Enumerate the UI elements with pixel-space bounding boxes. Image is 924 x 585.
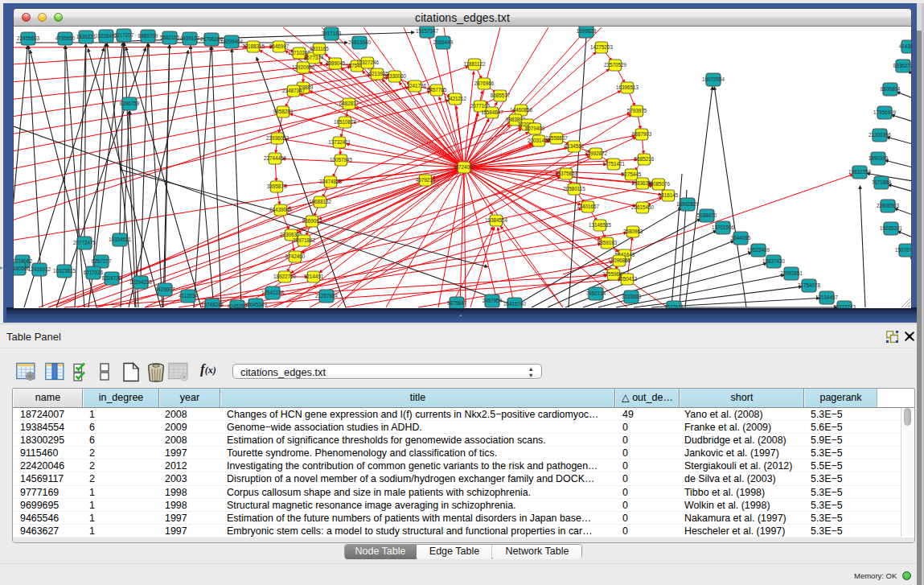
svg-text:19523409: 19523409 xyxy=(747,247,770,253)
svg-text:12416912: 12416912 xyxy=(28,266,51,272)
svg-text:18724007: 18724007 xyxy=(453,164,476,170)
svg-text:6357277: 6357277 xyxy=(92,258,112,264)
svg-text:2876966: 2876966 xyxy=(474,80,495,86)
svg-text:3333883: 3333883 xyxy=(622,294,642,299)
svg-text:1999828: 1999828 xyxy=(577,28,597,34)
svg-text:11881122: 11881122 xyxy=(463,61,486,67)
svg-text:3917183: 3917183 xyxy=(322,31,342,36)
svg-text:14275203: 14275203 xyxy=(590,44,614,50)
svg-text:8489709: 8489709 xyxy=(138,33,158,39)
svg-text:4439167: 4439167 xyxy=(180,35,200,41)
svg-text:7671884: 7671884 xyxy=(872,179,892,185)
svg-text:14401657: 14401657 xyxy=(577,204,600,209)
svg-text:22330030: 22330030 xyxy=(384,73,407,79)
svg-text:19384554: 19384554 xyxy=(485,217,508,223)
svg-text:13134457: 13134457 xyxy=(815,295,839,300)
svg-text:13045349: 13045349 xyxy=(244,302,268,307)
svg-text:4389045: 4389045 xyxy=(326,60,346,66)
svg-text:19832259: 19832259 xyxy=(848,169,872,175)
svg-text:8396759: 8396759 xyxy=(120,101,140,106)
svg-text:2580963: 2580963 xyxy=(623,229,643,234)
svg-text:4112034: 4112034 xyxy=(179,293,199,299)
svg-text:9217207: 9217207 xyxy=(114,32,134,38)
svg-text:3644095: 3644095 xyxy=(731,235,751,241)
svg-text:4143890: 4143890 xyxy=(899,43,911,49)
svg-text:13732411: 13732411 xyxy=(328,139,351,145)
svg-text:12541238: 12541238 xyxy=(261,290,285,295)
svg-text:4429607: 4429607 xyxy=(155,286,175,292)
svg-text:22744459: 22744459 xyxy=(264,155,287,161)
svg-text:6457765: 6457765 xyxy=(427,87,447,93)
svg-text:22992872: 22992872 xyxy=(585,150,608,156)
svg-text:9887903: 9887903 xyxy=(632,131,652,137)
svg-text:8336273: 8336273 xyxy=(893,63,911,68)
svg-text:8134562: 8134562 xyxy=(565,143,585,149)
svg-text:12920906: 12920906 xyxy=(292,64,315,70)
svg-text:21754078: 21754078 xyxy=(798,282,821,288)
svg-text:11558837: 11558837 xyxy=(545,135,568,141)
svg-text:13241736: 13241736 xyxy=(404,83,427,89)
svg-text:20372723: 20372723 xyxy=(833,304,856,308)
svg-text:6217026: 6217026 xyxy=(84,270,104,275)
svg-text:16510878: 16510878 xyxy=(334,119,357,125)
svg-text:5682115: 5682115 xyxy=(160,35,180,40)
svg-text:10334531: 10334531 xyxy=(109,237,132,242)
svg-text:13748244: 13748244 xyxy=(201,302,224,307)
svg-text:20615450: 20615450 xyxy=(631,204,655,210)
svg-text:8811165: 8811165 xyxy=(310,46,329,51)
svg-text:9816145: 9816145 xyxy=(659,192,679,198)
svg-text:22474828: 22474828 xyxy=(319,179,343,184)
svg-text:18922760: 18922760 xyxy=(273,274,297,279)
svg-text:8079409: 8079409 xyxy=(525,126,545,131)
svg-text:8369062: 8369062 xyxy=(302,218,322,224)
svg-text:8359183: 8359183 xyxy=(598,240,618,245)
svg-text:20772475: 20772475 xyxy=(73,240,97,245)
svg-text:2066449: 2066449 xyxy=(433,39,454,45)
svg-text:21257684: 21257684 xyxy=(315,293,339,299)
svg-text:22455603: 22455603 xyxy=(17,35,40,41)
svg-text:1839221: 1839221 xyxy=(76,34,97,39)
svg-text:13421212: 13421212 xyxy=(444,96,467,101)
svg-text:8806804: 8806804 xyxy=(881,86,901,92)
svg-text:23188315: 23188315 xyxy=(242,43,265,49)
svg-text:15375853: 15375853 xyxy=(555,171,578,176)
svg-text:19688132: 19688132 xyxy=(309,199,332,204)
svg-text:23487347: 23487347 xyxy=(282,88,306,93)
svg-text:7452134: 7452134 xyxy=(586,290,606,296)
svg-text:9214491: 9214491 xyxy=(304,274,324,279)
svg-text:22093651: 22093651 xyxy=(780,270,803,276)
svg-text:2457954: 2457954 xyxy=(483,298,503,303)
svg-text:3395870: 3395870 xyxy=(267,183,287,189)
svg-text:22806503: 22806503 xyxy=(877,203,900,208)
svg-text:3677374: 3677374 xyxy=(304,55,324,60)
svg-text:23936053: 23936053 xyxy=(266,135,290,141)
svg-text:10327246: 10327246 xyxy=(356,60,380,65)
svg-text:17956909: 17956909 xyxy=(873,109,897,115)
svg-text:20813640: 20813640 xyxy=(348,39,372,45)
svg-text:5685216: 5685216 xyxy=(634,156,655,162)
svg-text:1890399: 1890399 xyxy=(869,155,889,161)
svg-text:8224730: 8224730 xyxy=(102,275,122,281)
svg-text:4050413: 4050413 xyxy=(618,276,638,282)
svg-text:10057945: 10057945 xyxy=(330,157,353,163)
svg-text:16072954: 16072954 xyxy=(702,76,725,82)
svg-text:19299464: 19299464 xyxy=(220,39,244,44)
svg-text:21439044: 21439044 xyxy=(269,207,293,212)
svg-text:16415740: 16415740 xyxy=(503,301,527,307)
svg-text:13701506: 13701506 xyxy=(712,225,735,230)
svg-text:9958289: 9958289 xyxy=(273,109,294,114)
svg-text:4679214: 4679214 xyxy=(416,177,436,183)
svg-text:17751421: 17751421 xyxy=(602,161,626,167)
svg-text:20580115: 20580115 xyxy=(563,186,585,192)
svg-text:12294238: 12294238 xyxy=(129,279,153,285)
svg-text:22570529: 22570529 xyxy=(604,62,627,68)
svg-text:10837430: 10837430 xyxy=(762,258,786,264)
svg-text:5793975: 5793975 xyxy=(627,108,647,113)
svg-text:23971842: 23971842 xyxy=(293,237,316,243)
svg-text:8685577: 8685577 xyxy=(491,93,511,98)
svg-text:6742460: 6742460 xyxy=(285,253,306,259)
svg-text:14460856: 14460856 xyxy=(510,107,533,113)
svg-text:9875847: 9875847 xyxy=(447,300,467,306)
svg-text:5188470: 5188470 xyxy=(697,212,717,218)
svg-text:11584847: 11584847 xyxy=(481,109,503,115)
